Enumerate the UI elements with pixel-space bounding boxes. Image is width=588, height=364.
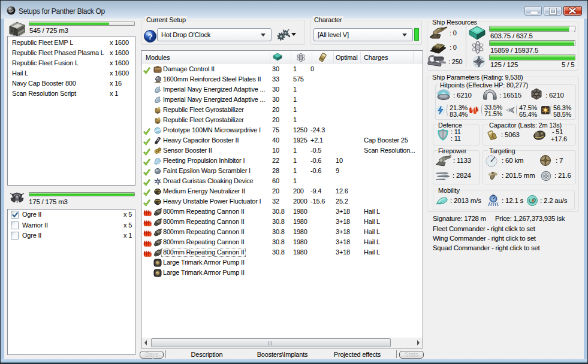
svg-text:?: ?	[148, 32, 153, 41]
